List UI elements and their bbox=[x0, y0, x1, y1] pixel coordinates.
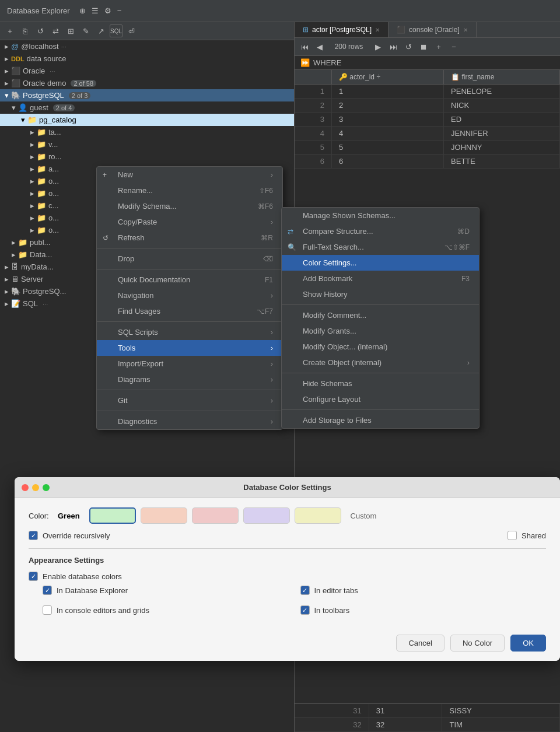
last-button[interactable]: ⏭ bbox=[387, 40, 400, 53]
dialog-title: Database Color Settings bbox=[243, 483, 331, 492]
submenu-item-show-history[interactable]: Show History bbox=[282, 286, 479, 302]
globe-icon[interactable]: ⊕ bbox=[79, 6, 86, 15]
tree-item-oracle[interactable]: ▸ ⬛ Oracle ··· bbox=[0, 65, 294, 77]
cancel-button[interactable]: Cancel bbox=[396, 635, 444, 652]
submenu-item-modify-comment[interactable]: Modify Comment... bbox=[282, 307, 479, 323]
color-swatch-lavender[interactable] bbox=[243, 507, 290, 524]
cb-toolbars[interactable]: ✓ bbox=[300, 605, 310, 615]
submenu-item-modify-object[interactable]: Modify Object... (internal) bbox=[282, 339, 479, 355]
stop-button[interactable]: ⏹ bbox=[417, 40, 430, 53]
tree-item-label: ta... bbox=[48, 128, 61, 136]
tree-item-postgresql[interactable]: ▾ 🐘 PostgreSQL 2 of 3 bbox=[0, 89, 294, 101]
submenu-item-full-text[interactable]: 🔍 Full-Text Search... ⌥⇧⌘F bbox=[282, 239, 479, 255]
tree-item-ro[interactable]: ▸ 📁 ro... bbox=[0, 150, 294, 163]
color-swatch-pink[interactable] bbox=[192, 507, 239, 524]
refresh-button[interactable]: ↺ bbox=[34, 24, 47, 37]
menu-item-diagnostics[interactable]: Diagnostics › bbox=[97, 414, 282, 429]
oracle-demo-badge: 2 of 58 bbox=[71, 80, 96, 87]
jump-button[interactable]: ↗ bbox=[94, 24, 107, 37]
settings-icon[interactable]: ⚙ bbox=[104, 6, 111, 15]
menu-item-quick-doc[interactable]: Quick Documentation F1 bbox=[97, 272, 282, 288]
submenu-item-modify-grants[interactable]: Modify Grants... bbox=[282, 323, 479, 339]
minimize-icon[interactable]: − bbox=[117, 6, 122, 15]
no-color-button[interactable]: No Color bbox=[450, 635, 505, 652]
tree-item-oracle-demo[interactable]: ▸ ⬛ Oracle demo 2 of 58 bbox=[0, 77, 294, 89]
tree-item-ddl[interactable]: ▸ DDL data source bbox=[0, 52, 294, 65]
bottom-table-rows: 31 31 SISSY 32 32 TIM bbox=[295, 703, 560, 732]
menu-item-rename[interactable]: Rename... ⇧F6 bbox=[97, 183, 282, 198]
menu-separator bbox=[282, 409, 479, 410]
tab-close-button-console[interactable]: ✕ bbox=[463, 27, 468, 33]
menu-item-navigation[interactable]: Navigation › bbox=[97, 288, 282, 303]
expand-icon: ▸ bbox=[30, 213, 34, 222]
menu-item-refresh[interactable]: ↺ Refresh ⌘R bbox=[97, 230, 282, 246]
tree-item-pg-catalog[interactable]: ▾ 📁 pg_catalog bbox=[0, 114, 294, 126]
submenu-item-add-bookmark[interactable]: Add Bookmark F3 bbox=[282, 271, 479, 286]
maximize-button[interactable] bbox=[43, 484, 50, 491]
menu-item-import-export[interactable]: Import/Export › bbox=[97, 356, 282, 372]
cb-db-explorer[interactable]: ✓ bbox=[43, 586, 52, 595]
tree-item-guest[interactable]: ▾ 👤 guest 2 of 4 bbox=[0, 101, 294, 114]
schema-button[interactable]: ⊞ bbox=[64, 24, 77, 37]
submenu-item-hide-schemas[interactable]: Hide Schemas bbox=[282, 376, 479, 391]
edit-button[interactable]: ✎ bbox=[79, 24, 92, 37]
minimize-button[interactable] bbox=[32, 484, 39, 491]
tab-actor[interactable]: ⊞ actor [PostgreSQL] ✕ bbox=[295, 22, 388, 37]
tree-item-ta[interactable]: ▸ 📁 ta... bbox=[0, 126, 294, 138]
menu-item-drop[interactable]: Drop ⌫ bbox=[97, 251, 282, 267]
menu-item-new[interactable]: + New › bbox=[97, 167, 282, 183]
filter-button[interactable]: ⏎ bbox=[125, 24, 138, 37]
menu-item-copy-paste[interactable]: Copy/Paste › bbox=[97, 214, 282, 230]
enable-db-colors-checkbox[interactable]: ✓ bbox=[29, 572, 38, 581]
menu-item-sql-scripts[interactable]: SQL Scripts › bbox=[97, 324, 282, 340]
cb-editor-tabs[interactable]: ✓ bbox=[300, 586, 310, 595]
color-swatch-yellow[interactable] bbox=[295, 507, 341, 524]
submenu-item-compare[interactable]: ⇄ Compare Structure... ⌘D bbox=[282, 223, 479, 239]
custom-color-label[interactable]: Custom bbox=[351, 512, 377, 520]
col-actor-id[interactable]: 🔑 actor_id ÷ bbox=[332, 70, 444, 85]
list-icon[interactable]: ☰ bbox=[92, 6, 99, 15]
tree-item-localhost[interactable]: ▸ @ @localhost ··· bbox=[0, 40, 294, 52]
menu-item-modify-schema[interactable]: Modify Schema... ⌘F6 bbox=[97, 198, 282, 214]
tree-item-label: data source bbox=[27, 54, 66, 63]
submenu-item-configure-layout[interactable]: Configure Layout bbox=[282, 391, 479, 407]
submenu-item-add-storage[interactable]: Add Storage to Files bbox=[282, 412, 479, 428]
add-row-button[interactable]: + bbox=[432, 40, 445, 53]
remove-row-button[interactable]: − bbox=[447, 40, 460, 53]
expand-icon: ▸ bbox=[5, 287, 9, 296]
ok-button[interactable]: OK bbox=[510, 635, 546, 652]
override-recursively-checkbox[interactable]: ✓ bbox=[29, 531, 38, 540]
cb-label: In editor tabs bbox=[314, 586, 358, 595]
prev-button[interactable]: ◀ bbox=[313, 40, 326, 53]
col-rownum bbox=[295, 70, 332, 85]
sql-button[interactable]: SQL bbox=[110, 24, 123, 37]
first-button[interactable]: ⏮ bbox=[298, 40, 311, 53]
next-button[interactable]: ▶ bbox=[372, 40, 384, 53]
sync-button[interactable]: ⇄ bbox=[49, 24, 62, 37]
submenu-item-color-settings[interactable]: Color Settings... bbox=[282, 255, 479, 271]
cell-id: 31 bbox=[369, 704, 442, 718]
submenu-item-create-object[interactable]: Create Object (internal) › bbox=[282, 355, 479, 370]
menu-item-git[interactable]: Git › bbox=[97, 393, 282, 408]
tree-item-label: a... bbox=[48, 164, 59, 173]
folder-icon: 📁 bbox=[18, 250, 27, 259]
shared-checkbox[interactable] bbox=[508, 531, 517, 540]
rows-selector[interactable]: 200 rows bbox=[328, 40, 369, 53]
menu-item-diagrams[interactable]: Diagrams › bbox=[97, 372, 282, 387]
expand-icon: ▾ bbox=[12, 103, 16, 112]
add-datasource-button[interactable]: + bbox=[4, 24, 16, 37]
cb-console-editors[interactable] bbox=[43, 605, 52, 615]
menu-label: Refresh bbox=[118, 233, 145, 242]
menu-item-find-usages[interactable]: Find Usages ⌥F7 bbox=[97, 303, 282, 319]
tab-close-button[interactable]: ✕ bbox=[375, 27, 380, 33]
close-button[interactable] bbox=[22, 484, 29, 491]
submenu-item-manage-schemas[interactable]: Manage Shown Schemas... bbox=[282, 208, 479, 223]
copy-button[interactable]: ⎘ bbox=[19, 24, 32, 37]
tab-console[interactable]: ⬛ console [Oracle] ✕ bbox=[388, 22, 477, 37]
refresh-table-button[interactable]: ↺ bbox=[402, 40, 415, 53]
col-first-name[interactable]: 📋 first_name bbox=[444, 70, 560, 85]
color-swatch-peach[interactable] bbox=[141, 507, 187, 524]
color-swatch-green[interactable] bbox=[89, 507, 136, 524]
menu-item-tools[interactable]: Tools › bbox=[97, 340, 282, 356]
tree-item-v[interactable]: ▸ 📁 v... bbox=[0, 138, 294, 150]
